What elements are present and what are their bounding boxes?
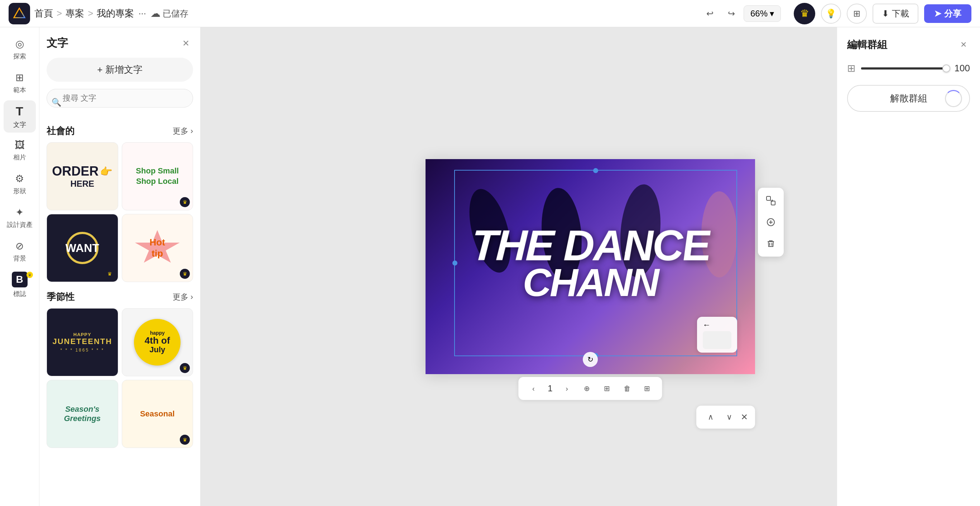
backgrounds-icon: ⊘ — [15, 240, 24, 252]
move-up-button[interactable]: ∧ — [702, 409, 719, 426]
share-icon: ➤ — [934, 9, 941, 19]
layer-controls: ∧ ∨ ✕ — [696, 405, 755, 429]
here-text: HERE — [70, 179, 94, 189]
save-status: ☁ 已儲存 — [150, 8, 188, 19]
template-juneteenth[interactable]: HAPPY JUNETEENTH * * * 1865 * * * — [46, 308, 118, 376]
page-controls: ‹ 1 › ⊕ ⊞ 🗑 ⊞ — [518, 377, 662, 400]
grid-view-button[interactable]: ⊞ — [639, 380, 656, 397]
order-text: ORDER — [52, 164, 99, 179]
next-page-button[interactable]: › — [558, 380, 576, 397]
shapes-icon: ⚙ — [15, 173, 24, 185]
sidebar-item-stickers[interactable]: B 標誌 ♛ — [3, 269, 36, 301]
panel-header: 文字 ✕ — [46, 36, 193, 51]
canvas-toolbar — [758, 188, 784, 257]
replace-element-button[interactable] — [761, 191, 781, 211]
copy-element-button[interactable] — [761, 212, 781, 232]
sidebar-item-text[interactable]: T 文字 — [3, 101, 36, 132]
assets-label: 設計資產 — [7, 220, 33, 229]
sidebar-item-assets[interactable]: ✦ 設計資產 — [3, 201, 36, 234]
projects-link[interactable]: 專案 — [65, 7, 84, 20]
explore-label: 探索 — [13, 52, 26, 61]
opacity-slider[interactable] — [861, 67, 946, 70]
grid-button[interactable]: ⊞ — [847, 3, 867, 24]
dance-text-line2: CHANN — [442, 265, 738, 300]
stickers-label: 標誌 — [13, 290, 26, 298]
text-panel: 文字 ✕ + 新增文字 🔍 社會的 更多 › ORDER 👉 HERE Shop — [40, 27, 200, 506]
text-icon: T — [16, 104, 23, 118]
app-logo[interactable] — [9, 3, 30, 24]
edit-group-close-button[interactable]: ✕ — [957, 38, 970, 51]
shop-small-crown-badge: ♛ — [180, 197, 190, 207]
social-more-link[interactable]: 更多 › — [173, 126, 193, 137]
panel-title: 文字 — [46, 36, 68, 51]
delete-element-button[interactable] — [761, 234, 781, 254]
prev-page-button[interactable]: ‹ — [525, 380, 542, 397]
zoom-control[interactable]: 66% ▾ — [744, 5, 781, 22]
social-templates-grid: ORDER 👉 HERE Shop SmallShop Local ♛ WANT — [46, 142, 193, 282]
topbar-center-controls: ↩ ↪ 66% ▾ — [701, 4, 781, 23]
shop-small-text: Shop SmallShop Local — [136, 166, 179, 186]
panel-close-button[interactable]: ✕ — [179, 36, 193, 51]
juneteenth-text: JUNETEENTH — [52, 337, 112, 346]
premium-button[interactable]: ♛ — [794, 3, 815, 24]
redo-button[interactable]: ↪ — [722, 4, 741, 23]
move-down-button[interactable]: ∨ — [721, 409, 738, 426]
page-number: 1 — [545, 383, 555, 393]
dance-text-line1: THE DANCE — [440, 226, 740, 265]
add-page-button[interactable]: ⊕ — [579, 380, 596, 397]
ungroup-button[interactable]: 解散群組 — [847, 85, 970, 112]
template-shop-small[interactable]: Shop SmallShop Local ♛ — [122, 142, 193, 210]
search-wrapper: 🔍 — [46, 89, 193, 116]
download-icon: ⬇ — [882, 9, 889, 19]
share-button[interactable]: ➤ 分享 — [924, 4, 971, 23]
stickers-icon: B — [12, 271, 27, 287]
sep1: > — [57, 8, 62, 19]
sidebar-item-backgrounds[interactable]: ⊘ 背景 — [3, 235, 36, 267]
social-section-header: 社會的 更多 › — [46, 125, 193, 137]
july-crown-badge: ♛ — [180, 363, 190, 373]
delete-page-button[interactable]: 🗑 — [619, 380, 636, 397]
rotation-handle[interactable]: ↻ — [583, 352, 598, 367]
template-order-here[interactable]: ORDER 👉 HERE — [46, 142, 118, 210]
download-button[interactable]: ⬇ 下載 — [873, 3, 918, 24]
seasonal-text: Seasonal — [140, 409, 175, 418]
search-icon: 🔍 — [52, 98, 61, 107]
undo-button[interactable]: ↩ — [701, 4, 719, 23]
seasonal-templates-grid: HAPPY JUNETEENTH * * * 1865 * * * happy … — [46, 308, 193, 448]
sidebar-item-photos[interactable]: 🖼 相片 — [3, 134, 36, 166]
home-link[interactable]: 首頁 — [34, 7, 53, 20]
year-text: * * * 1865 * * * — [60, 348, 104, 353]
template-seasons[interactable]: Season'sGreetings — [46, 380, 118, 448]
edit-group-header: 編輯群組 ✕ — [847, 38, 970, 52]
breadcrumb: 首頁 > 專案 > 我的專案 — [34, 7, 134, 20]
canvas-container[interactable]: THE DANCE CHANN ↻ — [426, 159, 755, 374]
happy-text: HAPPY — [73, 332, 91, 337]
top-bar: 首頁 > 專案 > 我的專案 ··· ☁ 已儲存 ↩ ↪ 66% ▾ ♛ 💡 ⊞… — [0, 0, 980, 27]
want-crown-badge: ♛ — [105, 269, 115, 279]
backgrounds-label: 背景 — [13, 254, 26, 263]
explore-icon: ◎ — [15, 38, 24, 50]
stickers-crown-badge: ♛ — [27, 271, 33, 278]
svg-line-1 — [14, 8, 19, 18]
template-hot-tip[interactable]: Hot tip ♛ — [122, 214, 193, 282]
crown-icon: ♛ — [800, 8, 809, 19]
search-input[interactable] — [46, 89, 193, 107]
template-seasonal2[interactable]: Seasonal ♛ — [122, 380, 193, 448]
add-text-button[interactable]: + 新增文字 — [46, 58, 193, 82]
sidebar-item-explore[interactable]: ◎ 探索 — [3, 33, 36, 65]
template-july[interactable]: happy 4th of July ♛ — [122, 308, 193, 376]
current-project: 我的專案 — [97, 7, 134, 20]
more-options-button[interactable]: ··· — [138, 8, 146, 19]
seasonal-more-link[interactable]: 更多 › — [173, 292, 193, 302]
hot-text: Hot — [150, 237, 165, 248]
close-layer-controls-button[interactable]: ✕ — [739, 411, 749, 424]
want-text: WANT — [65, 241, 99, 255]
sidebar-item-shapes[interactable]: ⚙ 形狀 — [3, 168, 36, 200]
copy-page-button[interactable]: ⊞ — [598, 380, 616, 397]
template-want[interactable]: WANT ♛ — [46, 214, 118, 282]
seasonal-section-title: 季節性 — [46, 291, 75, 303]
opacity-value: 100 — [952, 63, 970, 74]
ideas-button[interactable]: 💡 — [821, 3, 841, 24]
july-text: July — [150, 345, 165, 354]
sidebar-item-templates[interactable]: ⊞ 範本 — [3, 67, 36, 99]
